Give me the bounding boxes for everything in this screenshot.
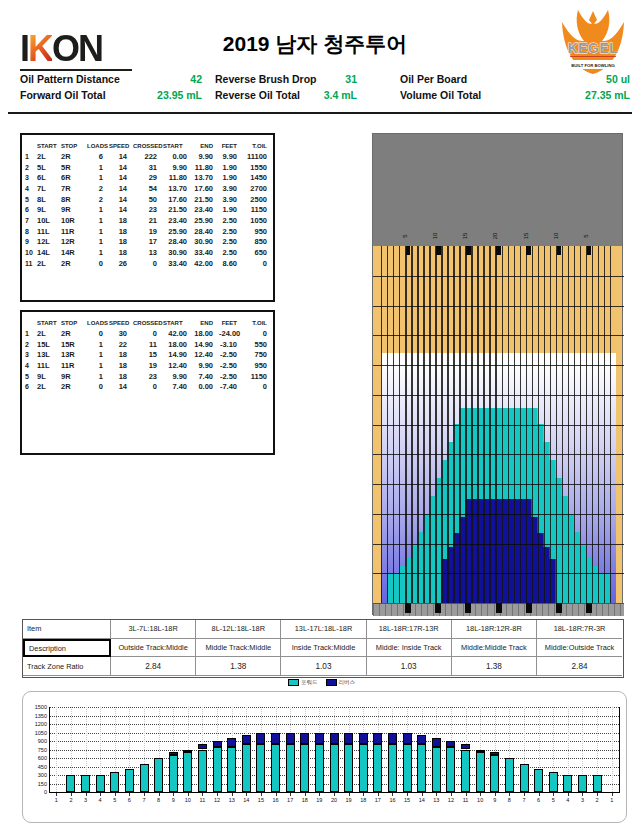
reverse-oil-bar [461,744,470,750]
column-header: FEET [219,143,243,149]
table-cell: 8.60 [219,259,243,268]
table-cell: 13.70 [163,184,193,193]
table-cell: 0 [87,329,109,338]
page-title: 2019 남자 청주투어 [150,30,480,58]
legend-forward: 포워드 [288,679,318,686]
reverse-oil-bar [432,738,441,747]
table-cell: 30.90 [193,237,219,246]
table-cell: 50 [133,195,163,204]
table-cell: 14.90 [163,350,193,359]
column-header: START [37,143,61,149]
table-cell: 13.70 [193,173,219,182]
reverse-oil-bar [373,733,382,744]
lane-distance-line [373,484,624,485]
table-cell: 6 [25,206,37,213]
x-axis-tick-label: 3 [575,797,589,803]
lane-distance-line [373,514,624,515]
table-cell: 25.90 [163,227,193,236]
reverse-oil-bar [242,735,251,744]
x-axis-tick [436,793,437,796]
table-cell: 21.50 [163,205,193,214]
forward-oil-bar [110,772,119,792]
table-cell: 18 [109,216,133,225]
x-axis-tick [363,793,364,796]
table-header-row: STARTSTOPLOADSSPEEDCROSSEDSTARTENDFEETT.… [22,317,273,328]
x-axis-tick-label: 16 [269,797,283,803]
x-axis-tick-label: 14 [415,797,429,803]
ratio-cell: Middle:Middle Track [452,639,537,658]
table-cell: 9R [61,205,87,214]
forward-oil-bar [256,744,265,792]
table-cell: 850 [243,237,273,246]
board-marker-top [436,246,441,255]
table-cell: 0 [243,382,273,391]
board-number-label: 20 [492,229,504,243]
table-cell: 10 [25,249,37,256]
table-cell: 1 [87,227,109,236]
ratio-cell: 18L-18R:7R-3R [537,620,622,639]
x-axis-tick [115,793,116,796]
summary-value: 31 [345,73,357,85]
table-cell: 28.40 [163,237,193,246]
x-axis-tick-label: 7 [517,797,531,803]
reverse-oil-bar [183,750,192,753]
table-row: 47L7R2145413.7017.603.902700 [22,183,273,194]
ratio-cell: 1.38 [452,657,537,676]
table-cell: 13 [133,248,163,257]
ratio-cell: 2.84 [537,657,622,676]
table-row: 411L11R1181912.409.90-2.50950 [22,360,273,371]
x-axis-tick [612,793,613,796]
x-axis-tick [582,793,583,796]
ratio-cell: 8L-12L:18L-18R [196,620,281,639]
summary-value: 23.95 mL [157,89,202,101]
table-cell: 23 [133,372,163,381]
y-axis-tick-label: 150 [25,781,47,787]
ratio-cell: Outside Track:Middle [111,639,196,658]
reverse-oil-bar [286,733,295,744]
reverse-oil-bar [198,744,207,750]
column-header: SPEED [109,143,133,149]
summary-label: Oil Per Board [400,73,467,85]
column-header: STOP [61,143,87,149]
x-axis-tick [100,793,101,796]
x-axis-tick-label: 12 [444,797,458,803]
x-axis-tick-label: 1 [49,797,63,803]
table-row: 58L8R2145017.6021.503.902500 [22,194,273,205]
reverse-oil-bar [169,752,178,755]
x-axis-tick-label: 6 [532,797,546,803]
forward-oil-bar [183,752,192,792]
table-cell: 18 [109,372,133,381]
table-cell: 1 [87,340,109,349]
table-cell: 33.40 [163,259,193,268]
x-axis-tick-label: 13 [225,797,239,803]
x-axis-tick-label: 6 [122,797,136,803]
x-axis-tick-label: 4 [561,797,575,803]
board-marker-bottom [435,603,441,613]
forward-oil-bar [417,744,426,792]
table-cell: 6 [25,383,37,390]
table-cell: 18 [109,227,133,236]
reverse-oil-bar [359,733,368,744]
x-axis-tick-label: 17 [283,797,297,803]
forward-oil-bar [446,747,455,792]
table-row: 313L13R1181514.9012.40-2.50750 [22,349,273,360]
forward-oil-bar [300,744,309,792]
board-marker-top [587,246,592,255]
x-axis-tick-label: 16 [385,797,399,803]
table-cell: 12R [61,237,87,246]
board-number-label: 15 [462,229,474,243]
table-cell: 9L [37,372,61,381]
table-cell: 18 [109,237,133,246]
reverse-oil-bar [403,733,412,744]
forward-oil-bar [461,750,470,793]
x-axis-tick-label: 5 [108,797,122,803]
table-row: 59L9R118239.907.40-2.501150 [22,371,273,382]
table-cell: -7.40 [219,382,243,391]
table-cell: 3 [25,351,37,358]
x-axis-tick [173,793,174,796]
column-header: START [163,143,193,149]
table-cell: 2L [37,382,61,391]
column-header: END [193,320,219,326]
table-cell: 21.50 [193,195,219,204]
table-cell: 2R [61,329,87,338]
